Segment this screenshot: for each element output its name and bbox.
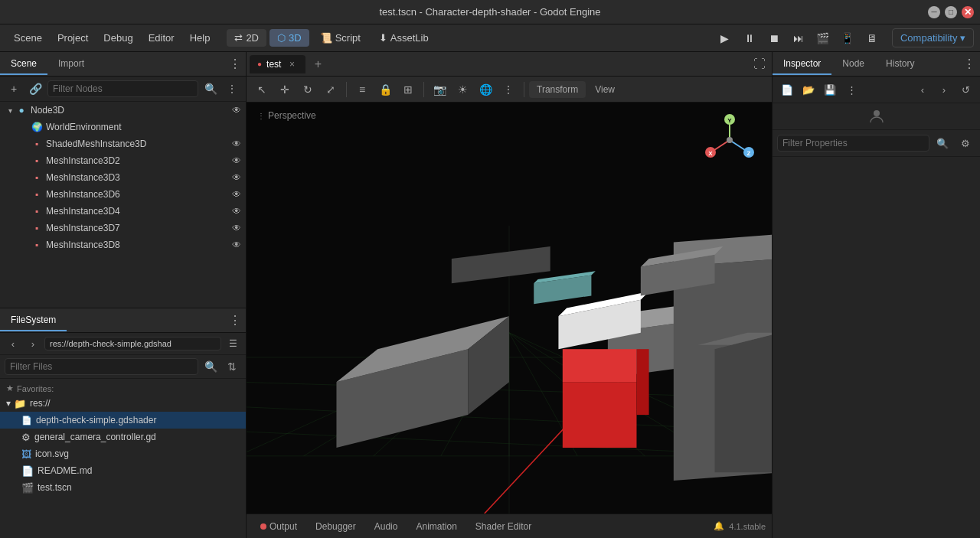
mode-2d-button[interactable]: ⇄ 2D: [227, 29, 266, 47]
mode-3d-button[interactable]: ⬡ 3D: [270, 29, 309, 47]
view-button[interactable]: View: [587, 81, 622, 98]
save-button[interactable]: 💾: [820, 80, 840, 99]
inspector-options-button[interactable]: ⋮: [841, 80, 861, 99]
debugger-tab[interactable]: Debugger: [308, 518, 364, 535]
select-tool[interactable]: ↖: [251, 79, 273, 100]
mode-script-button[interactable]: 📜 Script: [312, 29, 368, 47]
node-tab[interactable]: Node: [831, 54, 875, 75]
fs-item-test-tscn[interactable]: 🎬 test.tscn: [0, 479, 246, 496]
fs-item-camera-ctrl[interactable]: ⚙ general_camera_controller.gd: [0, 429, 246, 445]
tree-item-mesh8[interactable]: ▪ MeshInstance3D8 👁: [0, 236, 246, 253]
inspector-back-button[interactable]: ‹: [913, 80, 933, 99]
filesystem-tab[interactable]: FileSystem: [0, 310, 67, 331]
filter-properties-input[interactable]: [777, 135, 929, 152]
tab-add-button[interactable]: +: [309, 55, 327, 73]
scene-panel-menu[interactable]: ⋮: [229, 57, 241, 71]
import-tab[interactable]: Import: [47, 54, 95, 75]
use-local-space[interactable]: ≡: [351, 79, 373, 100]
new-script-button[interactable]: 📄: [777, 80, 797, 99]
svg-text:X: X: [708, 150, 713, 157]
close-button[interactable]: ✕: [962, 6, 974, 18]
visibility-toggle-mesh2[interactable]: 👁: [232, 155, 241, 166]
viewport-gizmo[interactable]: Y X Z: [703, 113, 756, 167]
fs-item-icon-svg[interactable]: 🖼 icon.svg: [0, 445, 246, 462]
compatibility-button[interactable]: Compatibility ▾: [892, 28, 974, 47]
tree-item-node3d[interactable]: ▾ ● Node3D 👁: [0, 102, 246, 119]
main-area: Scene Import ⋮ + 🔗 🔍 ⋮ ▾ ● Node3D 👁: [0, 52, 980, 538]
visibility-toggle-shadedmesh[interactable]: 👁: [232, 139, 241, 149]
fs-sort-button[interactable]: ⇅: [223, 357, 241, 376]
tab-close-button[interactable]: ×: [286, 58, 298, 70]
visibility-toggle-mesh6[interactable]: 👁: [232, 189, 241, 200]
snap-toggle[interactable]: 🔒: [374, 79, 396, 100]
editor-tab-test[interactable]: ● test ×: [250, 55, 305, 73]
stop-button[interactable]: ⏹: [763, 28, 785, 49]
audio-tab[interactable]: Audio: [367, 518, 406, 535]
menu-debug[interactable]: Debug: [96, 29, 140, 47]
rotate-tool[interactable]: ↻: [297, 79, 318, 100]
fs-filter-search-icon[interactable]: 🔍: [201, 357, 220, 376]
viewport-options[interactable]: ⋮: [498, 79, 519, 100]
mode-assetlib-button[interactable]: ⬇ AssetLib: [371, 29, 436, 47]
tree-item-mesh6[interactable]: ▪ MeshInstance3D6 👁: [0, 186, 246, 203]
play-button[interactable]: ▶: [714, 28, 736, 49]
output-tab[interactable]: Output: [253, 518, 305, 535]
fs-list-toggle[interactable]: ☰: [224, 335, 241, 352]
visibility-toggle-mesh7[interactable]: 👁: [232, 223, 241, 233]
run-movie-button[interactable]: 🎬: [812, 28, 834, 49]
inspector-refresh-button[interactable]: ↺: [956, 80, 975, 99]
menu-scene[interactable]: Scene: [6, 29, 50, 47]
step-button[interactable]: ⏭: [788, 28, 809, 49]
filter-options-icon[interactable]: ⚙: [956, 133, 975, 153]
3d-viewport[interactable]: ⋮ Perspective: [247, 103, 772, 514]
fs-item-res[interactable]: ▾ 📁 res://: [0, 395, 246, 412]
filter-nodes-input[interactable]: [47, 80, 198, 97]
tree-item-mesh3[interactable]: ▪ MeshInstance3D3 👁: [0, 169, 246, 186]
inspector-forward-button[interactable]: ›: [934, 80, 954, 99]
tab-expand-button[interactable]: ⛶: [750, 55, 769, 73]
visibility-toggle-mesh3[interactable]: 👁: [232, 172, 241, 183]
pause-button[interactable]: ⏸: [739, 28, 760, 49]
filter-files-input[interactable]: [5, 358, 198, 375]
scene-tab[interactable]: Scene: [0, 54, 47, 75]
inspector-tab[interactable]: Inspector: [773, 54, 831, 75]
run-native-button[interactable]: 📱: [837, 28, 858, 49]
tree-item-mesh7[interactable]: ▪ MeshInstance3D7 👁: [0, 220, 246, 236]
menu-help[interactable]: Help: [182, 29, 218, 47]
run-remote-button[interactable]: 🖥: [861, 28, 883, 49]
history-tab[interactable]: History: [875, 54, 925, 75]
shader-editor-tab[interactable]: Shader Editor: [468, 518, 539, 535]
visibility-toggle-mesh8[interactable]: 👁: [232, 240, 241, 250]
menu-project[interactable]: Project: [50, 29, 96, 47]
fs-forward-button[interactable]: ›: [24, 335, 41, 352]
environment-toggle[interactable]: 🌐: [475, 79, 496, 100]
fs-back-button[interactable]: ‹: [5, 335, 21, 352]
grid-toggle[interactable]: ⊞: [397, 79, 419, 100]
link-node-button[interactable]: 🔗: [26, 80, 44, 98]
scale-tool[interactable]: ⤢: [320, 79, 341, 100]
scene-options-button[interactable]: ⋮: [223, 80, 241, 98]
move-tool[interactable]: ✛: [274, 79, 296, 100]
tree-item-mesh2[interactable]: ▪ MeshInstance3D2 👁: [0, 152, 246, 169]
add-node-button[interactable]: +: [5, 80, 23, 98]
menu-editor[interactable]: Editor: [141, 29, 182, 47]
tree-item-world[interactable]: 🌍 WorldEnvironment: [0, 119, 246, 135]
transform-button[interactable]: Transform: [529, 81, 586, 98]
filter-search-icon[interactable]: 🔍: [933, 133, 952, 153]
maximize-button[interactable]: □: [945, 6, 957, 18]
fs-item-depth-shader[interactable]: 📄 depth-check-simple.gdshader: [0, 412, 246, 429]
sun-toggle[interactable]: ☀: [452, 79, 473, 100]
tree-item-mesh4[interactable]: ▪ MeshInstance3D4 👁: [0, 203, 246, 220]
fs-item-readme[interactable]: 📄 README.md: [0, 462, 246, 479]
animation-tab[interactable]: Animation: [408, 518, 464, 535]
open-file-button[interactable]: 📂: [799, 80, 818, 99]
minimize-button[interactable]: ─: [928, 6, 940, 18]
camera-mode[interactable]: 📷: [429, 79, 450, 100]
tree-item-shadedmesh[interactable]: ▪ ShadedMeshInstance3D 👁: [0, 135, 246, 152]
visibility-toggle-node3d[interactable]: 👁: [232, 105, 241, 116]
filter-search-icon[interactable]: 🔍: [201, 80, 220, 98]
visibility-toggle-mesh4[interactable]: 👁: [232, 206, 241, 217]
filesystem-menu[interactable]: ⋮: [229, 313, 241, 328]
inspector-menu[interactable]: ⋮: [963, 57, 975, 71]
inspector-person-icon[interactable]: [776, 106, 977, 126]
